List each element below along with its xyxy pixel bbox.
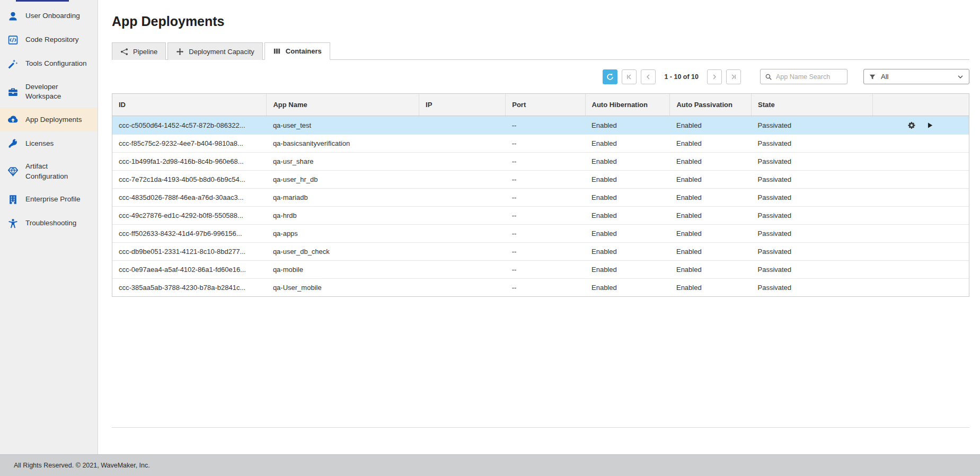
table-row[interactable]: ccc-1b499fa1-2d98-416b-8c4b-960e68...qa-…	[112, 153, 969, 171]
containers-icon	[273, 47, 281, 55]
tab-containers[interactable]: Containers	[264, 42, 330, 60]
column-header[interactable]	[873, 94, 969, 116]
cell-state: Passivated	[751, 225, 872, 243]
tab-label: Deployment Capacity	[189, 48, 254, 56]
chevron-down-icon	[957, 73, 964, 81]
footer: All Rights Reserved. © 2021, WaveMaker, …	[0, 454, 980, 476]
cell-id: ccc-4835d026-788f-46ea-a76d-30aac3...	[112, 189, 267, 207]
copyright-text: All Rights Reserved. © 2021, WaveMaker, …	[14, 462, 150, 469]
cell-app-name: qa-mobile	[267, 261, 419, 279]
sidebar-item-licenses[interactable]: Licenses	[0, 131, 98, 155]
next-page-button[interactable]	[707, 69, 722, 84]
table-row[interactable]: ccc-49c27876-ed1c-4292-b0f8-550588...qa-…	[112, 207, 969, 225]
cell-auto-hibernation: Enabled	[585, 279, 670, 297]
sidebar-item-label: Code Repository	[25, 35, 79, 45]
table-row[interactable]: ccc-c5050d64-1452-4c57-872b-086322...qa-…	[112, 116, 969, 135]
refresh-button[interactable]	[603, 69, 617, 84]
cell-actions	[873, 171, 969, 189]
cell-state: Passivated	[751, 261, 872, 279]
cell-port: --	[506, 116, 585, 135]
table-toolbar: 1 - 10 of 10	[112, 69, 969, 84]
first-page-button[interactable]	[622, 69, 637, 84]
table-row[interactable]: ccc-7e72c1da-4193-4b05-b8d0-6b9c54...qa-…	[112, 171, 969, 189]
pagination-range: 1 - 10 of 10	[664, 73, 699, 81]
sidebar-item-enterprise-profile[interactable]: Enterprise Profile	[0, 188, 98, 211]
chevron-left-icon	[644, 73, 652, 81]
column-header[interactable]: IP	[419, 94, 506, 116]
chevron-right-icon	[711, 73, 718, 81]
cell-ip	[419, 189, 506, 207]
cell-ip	[419, 207, 506, 225]
app-name-search	[760, 69, 847, 84]
cell-id: ccc-49c27876-ed1c-4292-b0f8-550588...	[112, 207, 267, 225]
table-row[interactable]: ccc-0e97aea4-a5af-4102-86a1-fd60e16...qa…	[112, 261, 969, 279]
previous-page-button[interactable]	[641, 69, 656, 84]
sidebar: User OnboardingCode RepositoryTools Conf…	[0, 0, 98, 454]
capacity-icon	[176, 48, 184, 56]
cell-ip	[419, 225, 506, 243]
column-header[interactable]: ID	[112, 94, 267, 116]
cell-actions	[873, 135, 969, 153]
cell-app-name: qa-basicsanityverification	[267, 135, 419, 153]
cell-actions	[873, 153, 969, 171]
refresh-icon	[606, 73, 614, 81]
cell-port: --	[506, 243, 585, 261]
main-content: App Deployments Pipeline Deployment Capa…	[98, 0, 980, 454]
cell-state: Passivated	[751, 279, 872, 297]
table-row[interactable]: ccc-f85c75c2-9232-4ee7-b404-9810a8...qa-…	[112, 135, 969, 153]
sidebar-item-label: Troubleshooting	[25, 218, 76, 228]
tab-deployment-capacity[interactable]: Deployment Capacity	[167, 42, 263, 60]
sidebar-item-label: User Onboarding	[25, 11, 80, 21]
table-row[interactable]: ccc-4835d026-788f-46ea-a76d-30aac3...qa-…	[112, 189, 969, 207]
play-icon[interactable]	[926, 121, 934, 129]
table-row[interactable]: ccc-db9be051-2331-4121-8c10-8bd277...qa-…	[112, 243, 969, 261]
column-header[interactable]: Auto Hibernation	[585, 94, 670, 116]
column-header[interactable]: Port	[506, 94, 585, 116]
search-input[interactable]	[776, 73, 843, 81]
cell-auto-hibernation: Enabled	[585, 135, 670, 153]
cell-app-name: qa-user_db_check	[267, 243, 419, 261]
sidebar-item-app-deployments[interactable]: App Deployments	[0, 108, 98, 131]
sidebar-item-developer-workspace[interactable]: Developer Workspace	[0, 76, 98, 108]
cell-auto-passivation: Enabled	[670, 171, 752, 189]
cell-port: --	[506, 279, 585, 297]
table-row[interactable]: ccc-385aa5ab-3788-4230-b78a-b2841c...qa-…	[112, 279, 969, 297]
column-header[interactable]: State	[751, 94, 872, 116]
cell-auto-passivation: Enabled	[670, 243, 752, 261]
column-header[interactable]: App Name	[267, 94, 419, 116]
cell-app-name: qa-apps	[267, 225, 419, 243]
sidebar-item-tools-configuration[interactable]: Tools Configuration	[0, 52, 98, 76]
last-page-button[interactable]	[726, 69, 741, 84]
cell-id: ccc-0e97aea4-a5af-4102-86a1-fd60e16...	[112, 261, 267, 279]
first-page-icon	[625, 73, 633, 81]
tab-pipeline[interactable]: Pipeline	[112, 42, 166, 60]
cell-auto-hibernation: Enabled	[585, 207, 670, 225]
sidebar-item-troubleshooting[interactable]: Troubleshooting	[0, 211, 98, 235]
sidebar-nav: User OnboardingCode RepositoryTools Conf…	[0, 4, 98, 235]
sidebar-item-label: App Deployments	[25, 115, 82, 125]
cell-auto-passivation: Enabled	[670, 225, 752, 243]
cell-ip	[419, 171, 506, 189]
table-body: ccc-c5050d64-1452-4c57-872b-086322...qa-…	[112, 116, 969, 297]
key-icon	[7, 138, 19, 149]
cell-state: Passivated	[751, 116, 872, 135]
column-header[interactable]: Auto Passivation	[670, 94, 752, 116]
cell-ip	[419, 116, 506, 135]
cell-auto-hibernation: Enabled	[585, 171, 670, 189]
page-title: App Deployments	[112, 14, 969, 29]
cell-auto-hibernation: Enabled	[585, 243, 670, 261]
cell-auto-passivation: Enabled	[670, 261, 752, 279]
sidebar-item-user-onboarding[interactable]: User Onboarding	[0, 4, 98, 28]
cell-state: Passivated	[751, 243, 872, 261]
enterprise-icon	[7, 194, 19, 205]
sidebar-item-artifact-configuration[interactable]: Artifact Configuration	[0, 155, 98, 187]
gear-icon[interactable]	[907, 121, 915, 129]
state-filter-dropdown[interactable]: All	[863, 69, 969, 84]
cell-state: Passivated	[751, 189, 872, 207]
code-icon	[7, 34, 19, 46]
sidebar-item-label: Developer Workspace	[25, 82, 91, 101]
sidebar-item-code-repository[interactable]: Code Repository	[0, 28, 98, 52]
table-row[interactable]: ccc-ff502633-8432-41d4-97b6-996156...qa-…	[112, 225, 969, 243]
cell-port: --	[506, 225, 585, 243]
cell-id: ccc-ff502633-8432-41d4-97b6-996156...	[112, 225, 267, 243]
